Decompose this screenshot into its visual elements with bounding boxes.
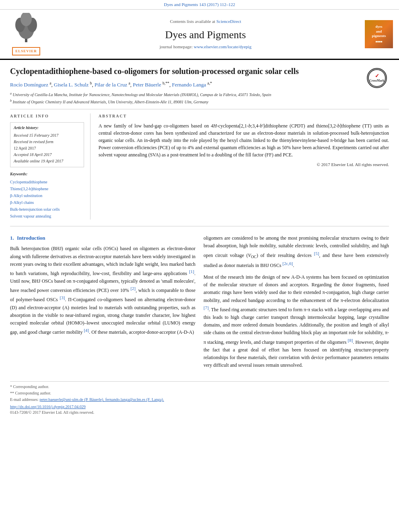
cite-8[interactable]: [8] (348, 338, 353, 343)
history-title: Article history: (14, 125, 80, 131)
science-direct-label: Contents lists available at ScienceDirec… (170, 18, 241, 25)
elsevier-logo-area: ELSEVIER (4, 13, 48, 55)
cite-2c6[interactable]: [2c,6] (282, 261, 293, 266)
journal-logo-area: dyes and pigments ■■■■ (363, 13, 395, 55)
author-1: Rocío Domínguez (10, 82, 48, 88)
journal-homepage-link[interactable]: www.elsevier.com/locate/dyepig (194, 44, 251, 49)
keywords-box: Keywords: Cyclopentadithiophene Thieno[3… (10, 171, 84, 220)
article-info-column: ARTICLE INFO Article history: Received 1… (10, 113, 90, 220)
journal-logo: dyes and pigments ■■■■ (365, 20, 393, 48)
body-divider (10, 226, 389, 226)
keyword-4[interactable]: β-Alkyl chains (10, 199, 84, 206)
keyword-2[interactable]: Thieno[3,2-b]thiophene (10, 185, 84, 192)
affiliation-1: a University of Castilla-La Mancha, Inst… (10, 91, 389, 98)
journal-header: ELSEVIER Contents lists available at Sci… (0, 10, 399, 60)
keyword-1[interactable]: Cyclopentadithiophene (10, 179, 84, 185)
header-center: Contents lists available at ScienceDirec… (52, 13, 359, 55)
article-title-text: Cyclopentadithiophene-based co-oligomers… (10, 67, 299, 76)
journal-reference-text: Dyes and Pigments 143 (2017) 112–122 (164, 2, 235, 7)
keyword-3[interactable]: β-Alkyl substitution (10, 192, 84, 199)
header-divider (10, 109, 389, 109)
intro-paragraph-2: oligomers are considered to be among the… (204, 234, 389, 269)
intro-paragraph-1: Bulk heterojunction (BHJ) organic solar … (10, 245, 195, 336)
date-revised-value: 12 April 2017 (14, 145, 80, 152)
svg-text:✓: ✓ (375, 72, 379, 78)
date-received: Received 15 February 2017 (14, 132, 80, 139)
footer-doi: http://dx.doi.org/10.1016/j.dyepig.2017.… (10, 404, 389, 410)
article-body: Cyclopentadithiophene-based co-oligomers… (0, 60, 399, 421)
copyright-notice: © 2017 Elsevier Ltd. All rights reserved… (99, 162, 389, 168)
cite-2[interactable]: [2] (130, 286, 136, 291)
article-footer: * Corresponding author. ** Corresponding… (10, 381, 389, 415)
intro-paragraph-3: Most of the research into the design of … (204, 273, 389, 369)
footer-email-line: E-mail addresses: peter.baeuerle@uni-ulm… (10, 397, 389, 403)
author-4: Peter Bäuerle (133, 82, 161, 88)
cite-3[interactable]: [3] (60, 295, 65, 300)
affiliations: a University of Castilla-La Mancha, Inst… (10, 91, 389, 105)
abstract-title: ABSTRACT (99, 113, 389, 119)
right-body-column: oligomers are considered to be among the… (204, 234, 389, 373)
footer-note-2: ** Corresponding author. (10, 390, 389, 396)
date-online: Available online 19 April 2017 (14, 158, 80, 164)
cite-5[interactable]: [5] (314, 251, 319, 256)
affiliation-2: b Institute of Organic Chemistry II and … (10, 99, 389, 105)
authors-line: Rocío Domínguez a, Gisela L. Schulz b, P… (10, 80, 389, 89)
section-1-heading: 1. Introduction (10, 234, 195, 242)
article-info-abstract: ARTICLE INFO Article history: Received 1… (10, 113, 389, 220)
article-info-title: ARTICLE INFO (10, 113, 84, 119)
cite-1[interactable]: [1] (189, 269, 194, 274)
doi-link[interactable]: http://dx.doi.org/10.1016/j.dyepig.2017.… (10, 405, 86, 409)
journal-title: Dyes and Pigments (165, 28, 246, 42)
abstract-column: ABSTRACT A new family of low band-gap co… (99, 113, 389, 220)
crossmark-icon: ✓ CrossMark (367, 68, 387, 88)
science-direct-link[interactable]: ScienceDirect (216, 19, 241, 24)
footer-issn: 0143-7208/© 2017 Elsevier Ltd. All right… (10, 410, 389, 415)
author-3: Pilar de la Cruz (95, 82, 127, 88)
keyword-5[interactable]: Bulk-heterojunction solar cells (10, 206, 84, 213)
author-2: Gisela L. Schulz (54, 82, 88, 88)
keyword-6[interactable]: Solvent vapour annealing (10, 213, 84, 220)
crossmark-badge: ✓ CrossMark (367, 68, 389, 90)
keywords-title: Keywords: (10, 171, 84, 177)
journal-reference-bar: Dyes and Pigments 143 (2017) 112–122 (0, 0, 399, 10)
main-body-columns: 1. Introduction Bulk heterojunction (BHJ… (10, 234, 389, 373)
cite-4[interactable]: [4] (84, 328, 89, 333)
elsevier-tree-icon (12, 13, 40, 46)
footer-email-link[interactable]: peter.baeuerle@uni-ulm.de (P. Bäuerle), … (39, 397, 164, 402)
date-revised-label: Received in revised form (14, 139, 80, 145)
author-5: Fernando Langa (172, 82, 206, 88)
date-accepted: Accepted 18 April 2017 (14, 152, 80, 158)
journal-homepage: journal homepage: www.elsevier.com/locat… (160, 44, 251, 50)
left-body-column: 1. Introduction Bulk heterojunction (BHJ… (10, 234, 195, 373)
article-title-area: Cyclopentadithiophene-based co-oligomers… (10, 66, 389, 76)
footer-note-1: * Corresponding author. (10, 384, 389, 390)
abstract-text: A new family of low band-gap co-oligomer… (99, 122, 389, 158)
elsevier-brand-box: ELSEVIER (12, 47, 40, 55)
svg-text:CrossMark: CrossMark (369, 79, 385, 82)
cite-7[interactable]: [7] (204, 305, 209, 310)
article-history-box: Article history: Received 15 February 20… (10, 122, 84, 167)
